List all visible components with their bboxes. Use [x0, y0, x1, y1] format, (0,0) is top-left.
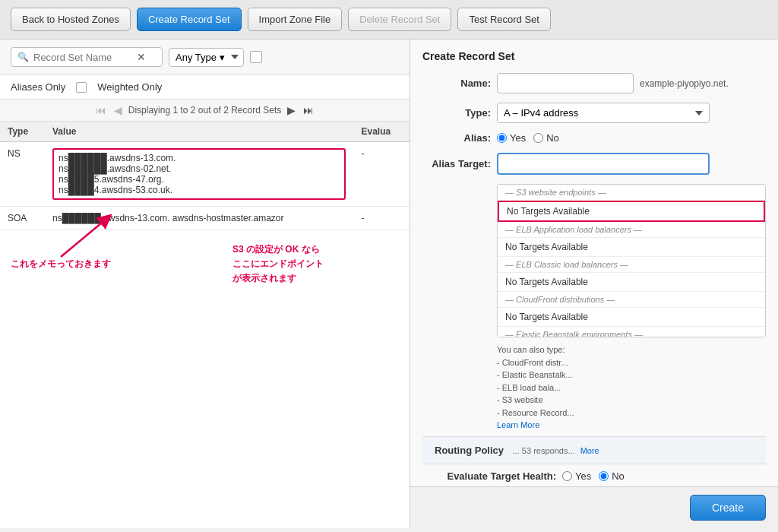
helper-text-line0: You can also type:	[497, 344, 766, 356]
last-page-button[interactable]: ⏭	[302, 104, 315, 116]
aliases-only-label: Aliases Only	[11, 81, 65, 93]
eval-yes-radio[interactable]	[562, 471, 572, 481]
alias-row: Alias: Yes No	[422, 132, 766, 144]
more-link[interactable]: More	[580, 446, 599, 455]
create-form: Create Record Set Name: example-piyopiyo…	[410, 40, 778, 486]
ns-value-1: ns██████.awsdns-13.com.	[59, 153, 340, 163]
pagination-bar: ⏮ ◀ Displaying 1 to 2 out of 2 Record Se…	[0, 100, 410, 122]
type-select[interactable]: Any Type ▾ A AAAA CNAME NS SOA	[169, 48, 244, 67]
col-evaluate: Evalua	[353, 122, 410, 142]
name-input[interactable]	[497, 73, 634, 93]
aliases-only-checkbox[interactable]	[76, 82, 87, 93]
routing-info: ... 53 responds...	[513, 446, 577, 455]
eval-no-radio[interactable]	[599, 471, 609, 481]
alias-yes-label[interactable]: Yes	[497, 132, 526, 144]
evaluate-target-health-row: Evaluate Target Health: Yes No	[422, 464, 766, 487]
svg-line-0	[61, 219, 106, 257]
main-content: 🔍 ✕ Any Type ▾ A AAAA CNAME NS SOA Alias…	[0, 40, 778, 528]
form-title: Create Record Set	[422, 50, 766, 62]
annotation-right: S3 の設定が OK ならここにエンドポイントが表示されます	[232, 242, 324, 287]
eval-label: Evaluate Target Health:	[435, 470, 556, 482]
eval-no-text: No	[612, 470, 625, 482]
create-button[interactable]: Create	[690, 495, 766, 521]
helper-text-line5: - Resource Record...	[497, 407, 766, 420]
alias-yes-text: Yes	[510, 132, 526, 144]
delete-record-set-button: Delete Record Set	[348, 8, 451, 31]
col-type: Type	[0, 122, 45, 142]
alias-no-text: No	[546, 132, 559, 144]
name-suffix: example-piyopiyo.net.	[640, 78, 729, 89]
search-input-wrapper: 🔍 ✕	[11, 47, 163, 67]
ns-value-cell: ns██████.awsdns-13.com. ns██████.awsdns-…	[45, 142, 353, 207]
eval-no-label[interactable]: No	[599, 470, 625, 482]
soa-evaluate-cell: -	[353, 207, 410, 230]
s3-section-header: — S3 website endpoints —	[498, 185, 765, 201]
ns-value-2: ns██████.awsdns-02.net.	[59, 163, 340, 174]
cloudfront-no-targets[interactable]: No Targets Available	[498, 308, 765, 327]
name-row: Name: example-piyopiyo.net.	[422, 73, 766, 93]
eval-yes-text: Yes	[575, 470, 591, 482]
alias-yes-radio[interactable]	[497, 133, 507, 143]
alias-label: Alias:	[422, 132, 491, 144]
ns-value-3: ns████5.awsdns-47.org.	[59, 174, 340, 185]
type-row: Type: A – IPv4 address AAAA – IPv6 addre…	[422, 103, 766, 123]
elb-app-no-targets[interactable]: No Targets Available	[498, 238, 765, 257]
elb-classic-section-header: — ELB Classic load balancers —	[498, 257, 765, 273]
helper-text-block: You can also type: - CloudFront distr...…	[497, 344, 766, 432]
test-record-set-button[interactable]: Test Record Set	[457, 8, 551, 31]
pagination-text: Displaying 1 to 2 out of 2 Record Sets	[128, 105, 281, 116]
search-bar: 🔍 ✕ Any Type ▾ A AAAA CNAME NS SOA	[0, 40, 410, 75]
helper-text-line2: - Elastic Beanstalk...	[497, 369, 766, 382]
filter-bar: Aliases Only Weighted Only	[0, 75, 410, 100]
ns-type-cell: NS	[0, 142, 45, 207]
toolbar: Back to Hosted Zones Create Record Set I…	[0, 0, 778, 40]
form-footer: Create	[410, 486, 778, 528]
elb-classic-no-targets[interactable]: No Targets Available	[498, 273, 765, 292]
alias-target-label: Alias Target:	[422, 158, 491, 169]
alias-target-dropdown[interactable]: — S3 website endpoints — No Targets Avai…	[497, 184, 766, 337]
helper-text-line4: - S3 website	[497, 394, 766, 407]
search-icon: 🔍	[17, 52, 29, 62]
first-page-button: ⏮	[94, 104, 108, 116]
alias-no-label[interactable]: No	[533, 132, 559, 144]
routing-policy-label: Routing Policy	[435, 445, 504, 456]
alias-radio-group: Yes No	[497, 132, 559, 144]
name-label: Name:	[422, 78, 491, 89]
ns-evaluate-cell: -	[353, 142, 410, 207]
helper-text-line3: - ELB load bala...	[497, 382, 766, 394]
checkbox-placeholder[interactable]	[250, 51, 262, 63]
clear-icon[interactable]: ✕	[137, 51, 146, 63]
alias-no-radio[interactable]	[533, 133, 543, 143]
alias-target-row: Alias Target:	[422, 153, 766, 175]
type-select-field[interactable]: A – IPv4 address AAAA – IPv6 address CNA…	[497, 103, 710, 123]
ns-row-box: ns██████.awsdns-13.com. ns██████.awsdns-…	[52, 148, 346, 200]
elasticbeanstalk-section-header: — Elastic Beanstalk environments —	[498, 327, 765, 337]
eval-yes-label[interactable]: Yes	[562, 470, 591, 482]
back-button[interactable]: Back to Hosted Zones	[11, 8, 131, 31]
type-label: Type:	[422, 107, 491, 119]
ns-value-4: ns████4.awsdns-53.co.uk.	[59, 185, 340, 195]
col-value: Value	[45, 122, 353, 142]
right-panel: Create Record Set Name: example-piyopiyo…	[410, 40, 778, 528]
alias-target-input[interactable]	[497, 153, 710, 175]
elb-app-section-header: — ELB Application load balancers —	[498, 222, 765, 238]
import-zone-file-button[interactable]: Import Zone File	[248, 8, 343, 31]
weighted-only-label: Weighted Only	[97, 81, 162, 93]
s3-no-targets[interactable]: No Targets Available	[498, 201, 765, 222]
table-row[interactable]: NS ns██████.awsdns-13.com. ns██████.awsd…	[0, 142, 410, 207]
record-table: Type Value Evalua NS ns██████.awsdns-13.…	[0, 122, 410, 528]
left-panel: 🔍 ✕ Any Type ▾ A AAAA CNAME NS SOA Alias…	[0, 40, 410, 528]
routing-policy-section: Routing Policy ... 53 responds... More	[422, 436, 766, 464]
helper-text-line1: - CloudFront distr...	[497, 356, 766, 369]
next-page-button[interactable]: ▶	[286, 104, 297, 116]
learn-more-link[interactable]: Learn More	[497, 420, 539, 429]
cloudfront-section-header: — CloudFront distributions —	[498, 292, 765, 308]
create-record-set-button[interactable]: Create Record Set	[137, 8, 242, 31]
search-input[interactable]	[33, 52, 132, 63]
annotation-arrow-left	[38, 207, 129, 268]
eval-radio-group: Yes No	[562, 470, 625, 482]
prev-page-button: ◀	[112, 104, 124, 116]
